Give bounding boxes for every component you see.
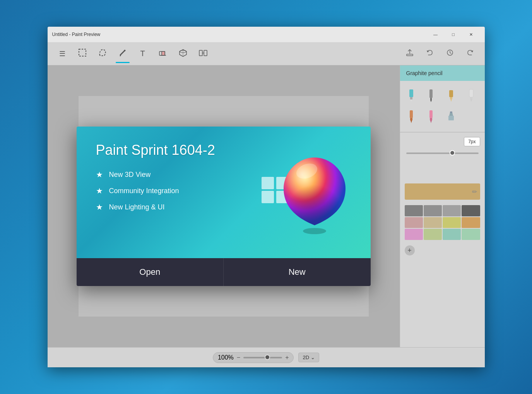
tool-pink-marker[interactable] (423, 106, 439, 126)
palette-cell-9[interactable] (424, 229, 442, 240)
window-title: Untitled - Paint Preview (52, 32, 427, 37)
svg-rect-23 (430, 118, 432, 120)
sidebar-size-row: 7px (400, 134, 485, 149)
zoom-slider-thumb (265, 355, 270, 360)
tool-grey-marker[interactable] (423, 86, 439, 105)
palette-cell-7[interactable] (462, 217, 480, 228)
undo-button[interactable] (421, 45, 438, 62)
chevron-down-icon: ⌄ (311, 355, 315, 360)
select-rect-button[interactable] (74, 45, 91, 62)
svg-rect-6 (204, 50, 207, 56)
palette-cell-4[interactable] (405, 217, 423, 228)
color-preview: ✏ (405, 183, 480, 200)
palette-cell-5[interactable] (424, 217, 442, 228)
zoom-plus-button[interactable]: + (285, 355, 289, 361)
sidebar-tools-grid (400, 81, 485, 130)
new-button[interactable]: New (224, 258, 371, 286)
svg-rect-19 (470, 97, 472, 99)
svg-rect-22 (429, 110, 433, 118)
window-controls: — □ ✕ (427, 28, 480, 41)
palette-cell-2[interactable] (443, 205, 461, 216)
eraser-icon (159, 48, 167, 59)
feature-text-3: New Lighting & UI (109, 203, 165, 211)
tool-orange-marker[interactable] (403, 106, 419, 126)
zoom-slider[interactable] (243, 357, 282, 358)
svg-rect-0 (79, 49, 86, 56)
canvas-area[interactable]: Paint Sprint 1604-2 ★ New 3D View ★ Comm… (48, 65, 400, 347)
redo-icon (466, 49, 474, 58)
upload-button[interactable] (401, 45, 418, 62)
welcome-dialog: Paint Sprint 1604-2 ★ New 3D View ★ Comm… (77, 127, 371, 286)
view-mode-label: 2D (303, 355, 309, 360)
svg-rect-17 (450, 97, 452, 99)
history-button[interactable] (441, 45, 458, 62)
clock-icon (446, 49, 454, 58)
titlebar: Untitled - Paint Preview — □ ✕ (48, 27, 485, 42)
tool-blue-pencil[interactable] (403, 86, 419, 105)
sidebar-slider-row (400, 149, 485, 157)
text-icon: T (140, 49, 145, 58)
redo-button[interactable] (462, 45, 479, 62)
palette-cell-6[interactable] (443, 217, 461, 228)
canvas-button[interactable] (195, 45, 212, 62)
undo-icon (426, 49, 434, 58)
add-color-button[interactable]: + (405, 245, 415, 255)
tool-tan-crayon[interactable] (443, 86, 459, 105)
minimize-button[interactable]: — (427, 28, 445, 41)
menu-button[interactable]: ☰ (54, 45, 71, 62)
canvas-icon (199, 48, 207, 59)
eraser-button[interactable] (154, 45, 171, 62)
toolbar: ☰ T (48, 42, 485, 65)
close-button[interactable]: ✕ (462, 28, 480, 41)
brush-button[interactable] (114, 45, 131, 62)
view-mode-select[interactable]: 2D ⌄ (298, 353, 319, 362)
svg-rect-24 (448, 116, 454, 120)
palette-cell-1[interactable] (424, 205, 442, 216)
brush-size-thumb (450, 150, 455, 156)
svg-rect-20 (410, 110, 413, 118)
open-button[interactable]: Open (77, 258, 224, 286)
size-badge: 7px (464, 137, 480, 146)
maximize-button[interactable]: □ (445, 28, 462, 41)
palette-cell-8[interactable] (405, 229, 423, 240)
sidebar-header: Graphite pencil (400, 65, 485, 81)
tool-white-pencil[interactable] (463, 86, 479, 105)
select-rect-icon (78, 48, 87, 59)
3d-shape-button[interactable] (174, 45, 192, 62)
svg-rect-3 (162, 51, 165, 55)
add-color-row: + (400, 242, 485, 259)
svg-rect-15 (430, 98, 432, 100)
3d-gem (278, 150, 355, 243)
dialog-overlay: Paint Sprint 1604-2 ★ New 3D View ★ Comm… (48, 65, 400, 347)
svg-rect-12 (409, 89, 413, 97)
3d-shape-icon (179, 48, 187, 59)
svg-rect-14 (429, 89, 433, 98)
toolbar-right (401, 45, 479, 62)
brush-icon (118, 48, 127, 59)
statusbar: 100% − + 2D ⌄ (48, 347, 485, 367)
star-icon-2: ★ (96, 186, 103, 195)
star-icon-3: ★ (96, 202, 103, 212)
dialog-header: Paint Sprint 1604-2 ★ New 3D View ★ Comm… (77, 127, 371, 258)
select-free-button[interactable] (94, 45, 111, 62)
svg-rect-21 (410, 118, 412, 120)
svg-rect-18 (469, 89, 473, 97)
svg-rect-8 (407, 54, 413, 56)
palette-cell-3[interactable] (462, 205, 480, 216)
zoom-minus-button[interactable]: − (237, 355, 240, 361)
palette-cell-0[interactable] (405, 205, 423, 216)
tool-bucket[interactable] (443, 106, 459, 126)
feature-text-2: Community Integration (109, 187, 179, 195)
hamburger-icon: ☰ (59, 50, 65, 58)
svg-point-11 (303, 228, 326, 234)
star-icon-1: ★ (96, 170, 103, 179)
palette-cell-10[interactable] (443, 229, 461, 240)
app-window: Untitled - Paint Preview — □ ✕ ☰ (48, 27, 485, 367)
palette-cell-11[interactable] (462, 229, 480, 240)
brush-size-slider[interactable] (406, 152, 479, 154)
text-button[interactable]: T (134, 45, 151, 62)
upload-icon (406, 49, 414, 58)
color-palette (405, 205, 480, 240)
tool-empty (463, 106, 479, 126)
svg-point-1 (124, 50, 125, 51)
